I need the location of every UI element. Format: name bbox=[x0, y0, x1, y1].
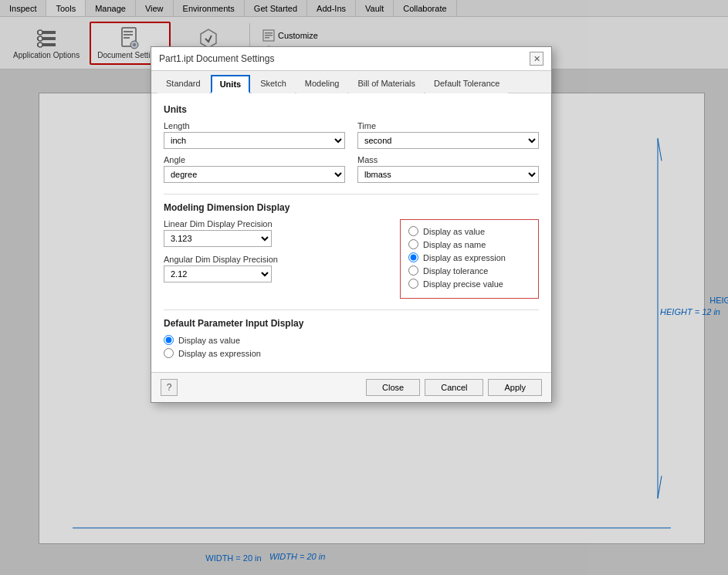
radio-display-value: Display as value bbox=[408, 226, 530, 236]
radio-display-tolerance-label: Display tolerance bbox=[423, 266, 488, 276]
time-label: Time bbox=[357, 121, 539, 130]
radio-display-expression-input[interactable] bbox=[408, 252, 418, 262]
radio-param-expression-label: Display as expression bbox=[178, 349, 261, 358]
angle-select[interactable]: degree radian bbox=[164, 166, 345, 183]
radio-param-display-expression: Display as expression bbox=[164, 348, 539, 358]
divider-1 bbox=[164, 194, 539, 194]
linear-precision-select[interactable]: 3.123 0 0.0 0.00 0.000 bbox=[164, 230, 272, 247]
units-grid: Length inch mm cm ft m Time second minut… bbox=[164, 121, 539, 183]
modeling-left: Linear Dim Display Precision 3.123 0 0.0… bbox=[164, 219, 388, 299]
modal-footer: ? Close Cancel Apply bbox=[151, 372, 551, 402]
mass-select[interactable]: lbmass gram kg oz bbox=[357, 166, 539, 183]
radio-display-name-input[interactable] bbox=[408, 239, 418, 249]
divider-2 bbox=[164, 309, 539, 310]
modal-titlebar: Part1.ipt Document Settings ✕ bbox=[151, 47, 551, 71]
radio-display-expression-label: Display as expression bbox=[423, 253, 506, 262]
angular-label: Angular Dim Display Precision bbox=[164, 255, 388, 264]
radio-display-tolerance: Display tolerance bbox=[408, 266, 530, 276]
modeling-right-panel: Display as value Display as name Display… bbox=[400, 219, 539, 299]
document-settings-modal: Part1.ipt Document Settings ✕ Standard U… bbox=[151, 46, 552, 403]
time-field-group: Time second minute hour bbox=[357, 121, 539, 149]
time-select[interactable]: second minute hour bbox=[357, 132, 539, 149]
linear-label: Linear Dim Display Precision bbox=[164, 219, 388, 228]
modal-close-button[interactable]: ✕ bbox=[530, 52, 543, 66]
default-param-title: Default Parameter Input Display bbox=[164, 318, 539, 329]
modal-overlay: Part1.ipt Document Settings ✕ Standard U… bbox=[0, 0, 728, 575]
length-field-group: Length inch mm cm ft m bbox=[164, 121, 345, 149]
radio-display-name: Display as name bbox=[408, 239, 530, 249]
modeling-section: Linear Dim Display Precision 3.123 0 0.0… bbox=[164, 219, 539, 299]
length-select[interactable]: inch mm cm ft m bbox=[164, 132, 345, 149]
apply-button[interactable]: Apply bbox=[488, 379, 542, 396]
radio-display-precise: Display precise value bbox=[408, 279, 530, 289]
radio-param-value-label: Display as value bbox=[178, 336, 240, 345]
default-param-section: Default Parameter Input Display Display … bbox=[164, 318, 539, 358]
radio-display-precise-label: Display precise value bbox=[423, 279, 503, 289]
angle-label: Angle bbox=[164, 155, 345, 164]
tab-units[interactable]: Units bbox=[211, 75, 251, 93]
modal-title: Part1.ipt Document Settings bbox=[159, 53, 274, 64]
radio-display-precise-input[interactable] bbox=[408, 279, 418, 289]
close-button[interactable]: Close bbox=[366, 379, 420, 396]
radio-param-display-value: Display as value bbox=[164, 335, 539, 345]
cancel-button[interactable]: Cancel bbox=[425, 379, 483, 396]
angle-field-group: Angle degree radian bbox=[164, 155, 345, 183]
units-section-title: Units bbox=[164, 104, 539, 115]
modeling-section-title: Modeling Dimension Display bbox=[164, 202, 539, 213]
radio-display-tolerance-input[interactable] bbox=[408, 266, 418, 276]
modal-tabs: Standard Units Sketch Modeling Bill of M… bbox=[151, 71, 551, 93]
tab-standard[interactable]: Standard bbox=[157, 75, 209, 93]
radio-display-expression: Display as expression bbox=[408, 252, 530, 262]
angular-precision-select[interactable]: 2.12 0 0.0 0.00 bbox=[164, 266, 272, 282]
footer-left: ? bbox=[161, 379, 178, 396]
tab-default-tolerance[interactable]: Default Tolerance bbox=[425, 75, 508, 93]
radio-display-value-input[interactable] bbox=[408, 226, 418, 236]
tab-modeling[interactable]: Modeling bbox=[296, 75, 348, 93]
tab-sketch[interactable]: Sketch bbox=[252, 75, 295, 93]
mass-label: Mass bbox=[357, 155, 539, 164]
mass-field-group: Mass lbmass gram kg oz bbox=[357, 155, 539, 183]
tab-bom[interactable]: Bill of Materials bbox=[349, 75, 424, 93]
length-label: Length bbox=[164, 121, 345, 130]
radio-display-value-label: Display as value bbox=[423, 227, 485, 236]
radio-display-name-label: Display as name bbox=[423, 240, 486, 249]
radio-param-expression-input[interactable] bbox=[164, 348, 174, 358]
help-button[interactable]: ? bbox=[161, 379, 178, 396]
radio-param-value-input[interactable] bbox=[164, 335, 174, 345]
modal-body: Units Length inch mm cm ft m Time second bbox=[151, 93, 551, 372]
